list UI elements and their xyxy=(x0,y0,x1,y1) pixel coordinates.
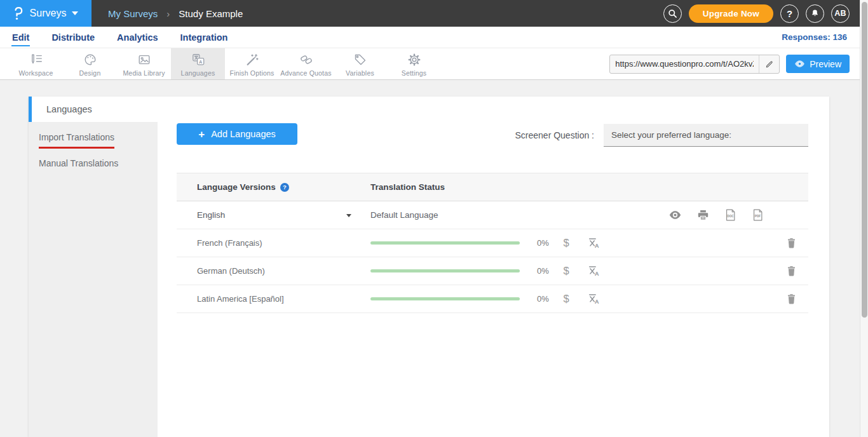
search-button[interactable] xyxy=(663,4,682,23)
breadcrumb-separator: › xyxy=(166,8,170,19)
bell-icon xyxy=(810,8,820,18)
page-scrollbar xyxy=(860,0,868,437)
language-name: German (Deutsch) xyxy=(197,266,265,276)
manual-translations-label: Manual Translations xyxy=(39,158,118,168)
language-name: Latin America [Español] xyxy=(197,294,284,304)
svg-text:A: A xyxy=(595,271,599,277)
survey-tab-bar: Edit Distribute Analytics Integration Re… xyxy=(0,27,868,48)
plus-icon: + xyxy=(198,129,205,140)
breadcrumb-current-survey: Study Example xyxy=(179,8,243,19)
languages-sidebar: Import Translations Manual Translations xyxy=(29,122,158,437)
paid-translation-icon[interactable]: $ xyxy=(561,237,571,249)
languages-panel: Languages Import Translations Manual Tra… xyxy=(29,97,829,437)
sidebar-item-import-translations[interactable]: Import Translations xyxy=(29,126,158,151)
tab-integration[interactable]: Integration xyxy=(180,29,229,46)
top-bar: Surveys My Surveys › Study Example Upgra… xyxy=(0,0,868,27)
table-row-language: Latin America [Español] 0% $ A xyxy=(177,285,808,313)
panel-title: Languages xyxy=(46,104,92,114)
avatar[interactable]: AB xyxy=(831,4,850,23)
toolbar-item-advance-quotas[interactable]: Advance Quotas xyxy=(279,48,333,79)
translation-progress-bar xyxy=(370,269,520,272)
paid-translation-icon[interactable]: $ xyxy=(561,265,571,277)
auto-translate-icon[interactable]: A xyxy=(588,293,600,305)
toolbar-item-workspace[interactable]: Workspace xyxy=(9,48,63,79)
languages-icon: A xyxy=(191,53,205,67)
design-icon xyxy=(83,53,97,67)
table-row-default-language: English Default Language xyxy=(177,201,808,229)
screener-question-select[interactable]: Select your preferred language: xyxy=(604,124,808,147)
advance-quotas-icon xyxy=(299,53,313,67)
help-button[interactable]: ? xyxy=(780,4,799,23)
paid-translation-icon[interactable]: $ xyxy=(561,293,571,305)
survey-url-box xyxy=(609,55,780,74)
preview-button[interactable]: Preview xyxy=(786,55,850,73)
sidebar-item-manual-translations[interactable]: Manual Translations xyxy=(29,151,158,175)
gear-icon xyxy=(407,53,421,67)
col-language-versions: Language Versions xyxy=(197,182,276,192)
default-language-status: Default Language xyxy=(370,210,438,220)
delete-icon[interactable] xyxy=(786,293,797,305)
auto-translate-icon[interactable]: A xyxy=(588,265,600,277)
translation-percent: 0% xyxy=(537,266,552,276)
svg-text:PDF: PDF xyxy=(755,215,761,218)
tab-analytics[interactable]: Analytics xyxy=(116,29,158,46)
panel-header: Languages xyxy=(29,97,829,122)
delete-icon[interactable] xyxy=(786,237,797,249)
delete-icon[interactable] xyxy=(786,265,797,277)
edit-url-button[interactable] xyxy=(759,55,779,73)
languages-main: + Add Languages Screener Question : Sele… xyxy=(158,122,829,437)
product-name: Surveys xyxy=(30,8,67,19)
tab-edit[interactable]: Edit xyxy=(11,29,30,46)
table-row-language: German (Deutsch) 0% $ A xyxy=(177,257,808,285)
toolbar-item-languages[interactable]: A Languages xyxy=(171,48,225,79)
table-row-language: French (Français) 0% $ A xyxy=(177,229,808,257)
scrollbar-thumb[interactable] xyxy=(862,2,867,318)
breadcrumb-my-surveys[interactable]: My Surveys xyxy=(108,8,158,19)
upgrade-now-button[interactable]: Upgrade Now xyxy=(689,4,773,23)
pencil-icon xyxy=(765,60,774,69)
svg-text:A: A xyxy=(199,59,203,65)
default-language-name: English xyxy=(197,210,225,220)
toolbar-item-media-library[interactable]: Media Library xyxy=(117,48,171,79)
svg-text:A: A xyxy=(595,299,599,305)
notifications-button[interactable] xyxy=(806,4,824,23)
language-versions-table: Language Versions ? Translation Status E… xyxy=(177,173,808,313)
questionpro-logo-icon xyxy=(13,6,24,22)
svg-text:DOC: DOC xyxy=(727,215,734,218)
toolbar-item-finish-options[interactable]: Finish Options xyxy=(225,48,279,79)
view-icon[interactable] xyxy=(668,210,682,220)
tab-distribute[interactable]: Distribute xyxy=(51,29,95,46)
add-languages-button[interactable]: + Add Languages xyxy=(177,123,297,145)
help-icon[interactable]: ? xyxy=(280,183,289,192)
chevron-down-icon xyxy=(72,11,78,15)
print-icon[interactable] xyxy=(697,209,709,221)
translation-percent: 0% xyxy=(537,238,552,248)
chevron-down-icon[interactable] xyxy=(346,214,351,217)
import-translations-label: Import Translations xyxy=(39,132,114,149)
responses-count[interactable]: Responses: 136 xyxy=(782,32,847,42)
survey-url-input[interactable] xyxy=(610,55,759,73)
toolbar-item-variables[interactable]: Variables xyxy=(333,48,387,79)
edit-toolbar: Workspace Design Media Libr xyxy=(0,48,868,80)
auto-translate-icon[interactable]: A xyxy=(588,237,600,249)
table-header-row: Language Versions ? Translation Status xyxy=(177,173,808,201)
question-mark-icon: ? xyxy=(787,8,792,19)
breadcrumb: My Surveys › Study Example xyxy=(108,8,243,19)
product-switcher[interactable]: Surveys xyxy=(0,0,92,27)
col-translation-status: Translation Status xyxy=(370,182,445,192)
finish-options-icon xyxy=(245,53,259,67)
translation-percent: 0% xyxy=(537,294,552,304)
language-name: French (Français) xyxy=(197,238,262,248)
active-section-accent xyxy=(29,97,32,122)
screener-question-label: Screener Question : xyxy=(515,130,594,140)
search-icon xyxy=(668,9,677,18)
doc-file-icon[interactable]: DOC xyxy=(724,208,736,222)
translation-progress-bar xyxy=(370,241,520,245)
variables-icon xyxy=(353,53,367,67)
eye-icon xyxy=(794,60,805,68)
pdf-file-icon[interactable]: PDF xyxy=(752,208,764,222)
toolbar-item-design[interactable]: Design xyxy=(63,48,117,79)
translation-progress-bar xyxy=(370,297,520,300)
toolbar-item-settings[interactable]: Settings xyxy=(387,48,441,79)
svg-text:A: A xyxy=(595,243,599,249)
